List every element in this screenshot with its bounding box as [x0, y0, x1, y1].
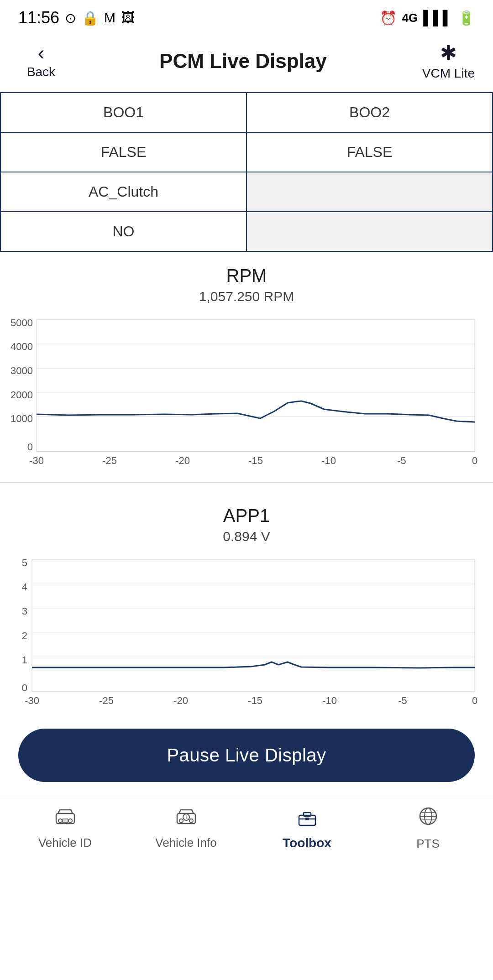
svg-rect-6 — [37, 320, 475, 451]
svg-text:1: 1 — [22, 654, 27, 666]
svg-text:5000: 5000 — [10, 317, 33, 328]
app1-chart-section: APP1 0.894 V 5 4 3 2 1 0 -30 -25 — [0, 492, 493, 718]
vcm-label: VCM Lite — [422, 66, 475, 81]
nav-vehicle-id[interactable]: Vehicle ID — [24, 806, 106, 850]
signal-bars-icon: ▌▌▌ — [423, 10, 452, 26]
sensor-boo2-name: BOO2 — [349, 98, 390, 127]
svg-text:5: 5 — [22, 557, 27, 568]
svg-point-42 — [68, 819, 72, 823]
app1-chart-title: APP1 — [9, 506, 484, 526]
nav-vehicle-info[interactable]: i Vehicle Info — [145, 806, 227, 850]
pause-button-container: Pause Live Display — [0, 718, 493, 796]
svg-text:0: 0 — [472, 695, 477, 706]
svg-point-45 — [179, 819, 183, 823]
svg-text:-30: -30 — [29, 455, 44, 466]
header: ‹ Back PCM Live Display ✱ VCM Lite — [0, 32, 493, 92]
svg-text:0: 0 — [472, 455, 477, 466]
svg-rect-26 — [32, 560, 475, 691]
svg-text:-5: -5 — [397, 455, 406, 466]
sensor-boo1-name: BOO1 — [103, 98, 144, 127]
svg-text:3: 3 — [22, 605, 27, 617]
svg-point-41 — [58, 819, 62, 823]
svg-text:i: i — [185, 815, 187, 820]
sensor-grid: BOO1 BOO2 FALSE FALSE AC_Clutch NO — [0, 92, 493, 252]
svg-rect-52 — [305, 818, 309, 820]
nav-vehicle-info-label: Vehicle Info — [155, 836, 216, 850]
rpm-chart-title: RPM — [9, 266, 484, 286]
gmail-icon: M — [104, 10, 115, 26]
chart-divider-1 — [0, 482, 493, 483]
svg-text:-10: -10 — [321, 455, 336, 466]
sensor-boo1-value: FALSE — [101, 137, 147, 167]
svg-text:-30: -30 — [25, 695, 39, 706]
page-title: PCM Live Display — [159, 50, 327, 73]
sensor-acclutch-name-cell[interactable]: AC_Clutch — [1, 172, 247, 212]
app1-chart-container: 5 4 3 2 1 0 -30 -25 -20 -15 -10 — [9, 553, 484, 709]
rpm-chart-svg: 5000 4000 3000 2000 1000 0 -30 -25 — [9, 313, 484, 469]
pause-live-display-button[interactable]: Pause Live Display — [18, 729, 475, 782]
svg-text:-15: -15 — [248, 455, 263, 466]
signal-4g: 4G — [402, 11, 418, 25]
nav-toolbox[interactable]: Toolbox — [266, 806, 348, 850]
nav-vehicle-id-label: Vehicle ID — [38, 836, 92, 850]
svg-text:-25: -25 — [102, 455, 117, 466]
svg-point-46 — [189, 819, 193, 823]
sensor-boo1-value-cell[interactable]: FALSE — [1, 133, 247, 172]
svg-text:-20: -20 — [175, 455, 190, 466]
bluetooth-icon: ✱ — [440, 41, 457, 64]
svg-text:-5: -5 — [398, 695, 407, 706]
svg-text:-15: -15 — [248, 695, 262, 706]
gallery-icon: 🖼 — [121, 10, 135, 26]
svg-text:-25: -25 — [99, 695, 114, 706]
status-time: 11:56 — [18, 8, 59, 27]
nav-toolbox-label: Toolbox — [283, 836, 331, 850]
vehicle-info-icon: i — [175, 806, 197, 831]
sensor-acclutch-value: NO — [113, 217, 135, 246]
sensor-boo1-name-cell[interactable]: BOO1 — [1, 93, 247, 133]
sensor-acclutch-name: AC_Clutch — [89, 177, 158, 206]
vcm-info: ✱ VCM Lite — [422, 41, 475, 81]
sensor-boo2-value-cell[interactable]: FALSE — [247, 133, 493, 172]
pts-globe-icon — [417, 805, 439, 832]
svg-text:2000: 2000 — [10, 389, 33, 401]
svg-text:3000: 3000 — [10, 365, 33, 376]
svg-text:2: 2 — [22, 630, 27, 641]
svg-rect-43 — [63, 819, 68, 823]
svg-rect-50 — [304, 813, 311, 816]
sensor-empty-2 — [247, 212, 493, 252]
svg-text:0: 0 — [27, 441, 33, 453]
rpm-chart-container: 5000 4000 3000 2000 1000 0 -30 -25 — [9, 313, 484, 469]
settings-icon: ⊙ — [65, 10, 76, 26]
svg-text:0: 0 — [22, 682, 27, 693]
svg-text:-20: -20 — [173, 695, 188, 706]
nav-pts-label: PTS — [416, 837, 440, 851]
status-bar: 11:56 ⊙ 🔒 M 🖼 ⏰ 4G ▌▌▌ 🔋 — [0, 0, 493, 32]
nav-pts[interactable]: PTS — [387, 805, 469, 851]
battery-icon: 🔋 — [458, 10, 475, 26]
lock-icon: 🔒 — [82, 10, 99, 26]
back-button[interactable]: ‹ Back — [18, 43, 64, 79]
rpm-chart-subtitle: 1,057.250 RPM — [9, 289, 484, 304]
app1-chart-svg: 5 4 3 2 1 0 -30 -25 -20 -15 -10 — [9, 553, 484, 709]
svg-text:1000: 1000 — [10, 413, 33, 424]
back-label: Back — [27, 65, 55, 79]
bottom-nav: Vehicle ID i Vehicle Info Toolbox — [0, 796, 493, 865]
vehicle-id-icon — [54, 806, 76, 831]
alarm-icon: ⏰ — [380, 10, 397, 26]
svg-text:4: 4 — [22, 581, 27, 593]
rpm-chart-section: RPM 1,057.250 RPM 5000 4000 3000 2000 10… — [0, 252, 493, 478]
app1-chart-subtitle: 0.894 V — [9, 529, 484, 544]
sensor-empty-1 — [247, 172, 493, 212]
sensor-acclutch-value-cell[interactable]: NO — [1, 212, 247, 252]
back-arrow-icon: ‹ — [38, 43, 45, 63]
sensor-boo2-name-cell[interactable]: BOO2 — [247, 93, 493, 133]
svg-text:-10: -10 — [322, 695, 337, 706]
sensor-boo2-value: FALSE — [347, 137, 393, 167]
toolbox-icon — [296, 806, 318, 831]
svg-text:4000: 4000 — [10, 341, 33, 352]
